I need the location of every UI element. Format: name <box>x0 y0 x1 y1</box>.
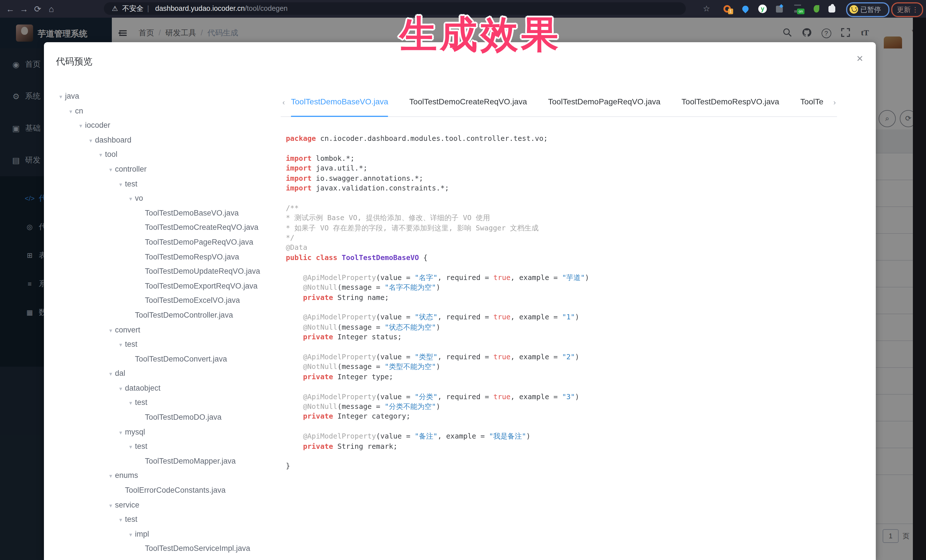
update-button-label: 更新 <box>897 3 911 16</box>
code-line: @NotNull(message = "类型不能为空") <box>286 362 862 372</box>
tree-folder[interactable]: ▾convert <box>56 323 285 337</box>
extension-switch-on-icon[interactable]: on <box>794 5 803 13</box>
file-tab-3[interactable]: ToolTestDemoPageReqVO.java <box>548 92 660 116</box>
tree-folder[interactable]: ▾mysql <box>56 424 285 439</box>
tree-file[interactable]: ToolTestDemoExportReqVO.java <box>56 279 285 293</box>
tree-folder[interactable]: ▾iocoder <box>56 118 285 133</box>
tree-folder[interactable]: ▾controller <box>56 162 285 177</box>
tree-folder[interactable]: ▾java <box>56 89 285 104</box>
tree-folder[interactable]: ▾test <box>56 395 285 410</box>
tree-folder[interactable]: ▾dashboard <box>56 133 285 147</box>
page-url: dashboard.yudao.iocoder.cn/tool/codegen <box>155 2 287 15</box>
code-line: @Data <box>286 243 862 253</box>
tree-expand-caret-icon[interactable]: ▾ <box>106 367 115 382</box>
paused-badge[interactable]: 已暂停 <box>846 2 890 17</box>
code-line <box>286 193 862 203</box>
tree-folder[interactable]: ▾dataobject <box>56 381 285 395</box>
tree-file[interactable]: ToolTestDemoPageReqVO.java <box>56 235 285 249</box>
tree-expand-caret-icon[interactable]: ▾ <box>106 469 115 484</box>
tree-folder[interactable]: ▾enums <box>56 468 285 483</box>
browser-home-icon[interactable]: ⌂ <box>45 0 57 18</box>
file-tree: ▾java▾cn▾iocoder▾dashboard▾tool▾controll… <box>56 89 285 556</box>
extension-leaf-icon[interactable] <box>813 5 821 13</box>
tree-expand-caret-icon[interactable]: ▾ <box>106 323 115 338</box>
tree-expand-caret-icon[interactable]: ▾ <box>117 177 125 192</box>
tree-file[interactable]: ToolTestDemoUpdateReqVO.java <box>56 264 285 279</box>
bookmark-star-icon[interactable]: ☆ <box>703 0 710 18</box>
extension-pin-icon[interactable] <box>741 5 750 13</box>
screen: ← → ⟳ ⌂ ⚠ 不安全 | dashboard.yudao.iocoder.… <box>0 0 926 560</box>
security-warning-label: 不安全 <box>122 2 144 15</box>
tabs-scroll-right-icon[interactable]: › <box>833 98 836 107</box>
code-line: */ <box>286 232 862 243</box>
tree-file[interactable]: ToolTestDemoConvert.java <box>56 352 285 366</box>
code-line: * 如果子 VO 存在差异的字段, 请不要添加到这里, 影响 Swagger 文… <box>286 223 862 232</box>
update-button[interactable]: 更新 ⋮ <box>891 2 923 17</box>
code-line: private String name; <box>286 292 862 302</box>
code-line: @ApiModelProperty(value = "状态", required… <box>286 312 862 322</box>
code-line: import lombok.*; <box>286 153 862 163</box>
tree-file[interactable]: ToolTestDemoMapper.java <box>56 454 285 468</box>
tree-expand-caret-icon[interactable]: ▾ <box>76 119 85 133</box>
tree-file[interactable]: ToolErrorCodeConstants.java <box>56 483 285 498</box>
file-tab-1[interactable]: ToolTestDemoBaseVO.java <box>291 92 388 117</box>
file-tab-5[interactable]: ToolTe <box>800 92 823 116</box>
tree-file[interactable]: ToolTestDemoDO.java <box>56 410 285 424</box>
extension-green-y-icon[interactable]: y <box>758 5 767 13</box>
address-separator: | <box>147 2 149 15</box>
code-line: package cn.iocoder.dashboard.modules.too… <box>286 133 862 143</box>
file-tab-2[interactable]: ToolTestDemoCreateReqVO.java <box>409 92 527 116</box>
tree-folder[interactable]: ▾test <box>56 337 285 352</box>
tree-file[interactable]: ToolTestDemoServiceImpl.java <box>56 542 285 556</box>
tree-folder[interactable]: ▾service <box>56 498 285 512</box>
tree-file[interactable]: ToolTestDemoRespVO.java <box>56 249 285 264</box>
tree-expand-caret-icon[interactable]: ▾ <box>117 425 125 440</box>
tree-file[interactable]: ToolTestDemoExcelVO.java <box>56 293 285 308</box>
browser-back-icon[interactable]: ← <box>5 0 16 18</box>
file-tab-4[interactable]: ToolTestDemoRespVO.java <box>681 92 779 116</box>
browser-reload-icon[interactable]: ⟳ <box>32 0 43 18</box>
code-line: @NotNull(message = "状态不能为空") <box>286 322 862 332</box>
tree-folder[interactable]: ▾test <box>56 177 285 191</box>
tree-file[interactable]: ToolTestDemoBaseVO.java <box>56 206 285 220</box>
tree-expand-caret-icon[interactable]: ▾ <box>126 192 135 206</box>
extension-stats-icon[interactable] <box>776 5 784 13</box>
tree-file[interactable]: ToolTestDemoCreateReqVO.java <box>56 220 285 235</box>
tree-expand-caret-icon[interactable]: ▾ <box>117 382 125 396</box>
browser-menu-icon[interactable]: ⋮ <box>912 3 918 16</box>
extension-ubuntu-icon[interactable]: 1 <box>723 5 732 13</box>
tree-folder[interactable]: ▾tool <box>56 147 285 162</box>
code-line: } <box>286 461 862 471</box>
code-view: package cn.iocoder.dashboard.modules.too… <box>286 133 862 471</box>
tree-folder[interactable]: ▾dal <box>56 367 285 381</box>
annotation-text: 生成效果 <box>399 9 561 60</box>
address-bar[interactable]: ⚠ 不安全 | dashboard.yudao.iocoder.cn/tool/… <box>104 2 686 15</box>
extensions-puzzle-icon[interactable] <box>828 5 837 13</box>
code-line: import javax.validation.constraints.*; <box>286 183 862 193</box>
code-line: private Integer status; <box>286 332 862 342</box>
tree-folder[interactable]: ▾impl <box>56 527 285 542</box>
tree-expand-caret-icon[interactable]: ▾ <box>67 104 75 119</box>
tree-expand-caret-icon[interactable]: ▾ <box>97 148 105 163</box>
dialog-title: 代码预览 <box>56 56 92 68</box>
tree-expand-caret-icon[interactable]: ▾ <box>117 513 125 527</box>
code-line: public class ToolTestDemoBaseVO { <box>286 253 862 263</box>
tree-folder[interactable]: ▾vo <box>56 191 285 205</box>
tree-expand-caret-icon[interactable]: ▾ <box>126 440 135 454</box>
tree-expand-caret-icon[interactable]: ▾ <box>106 498 115 513</box>
tabs-scroll-left-icon[interactable]: ‹ <box>282 98 285 107</box>
browser-forward-icon[interactable]: → <box>18 0 30 18</box>
tree-folder[interactable]: ▾test <box>56 512 285 527</box>
security-warning-icon: ⚠ <box>112 2 118 15</box>
tree-expand-caret-icon[interactable]: ▾ <box>56 89 65 104</box>
code-line <box>286 421 862 432</box>
tree-file[interactable]: ToolTestDemoController.java <box>56 308 285 323</box>
dialog-close-icon[interactable]: ✕ <box>854 54 865 64</box>
tree-expand-caret-icon[interactable]: ▾ <box>126 396 135 411</box>
tree-expand-caret-icon[interactable]: ▾ <box>126 527 135 542</box>
tree-folder[interactable]: ▾test <box>56 439 285 454</box>
tree-folder[interactable]: ▾cn <box>56 104 285 118</box>
tree-expand-caret-icon[interactable]: ▾ <box>86 133 95 148</box>
tree-expand-caret-icon[interactable]: ▾ <box>106 163 115 177</box>
tree-expand-caret-icon[interactable]: ▾ <box>117 338 125 352</box>
